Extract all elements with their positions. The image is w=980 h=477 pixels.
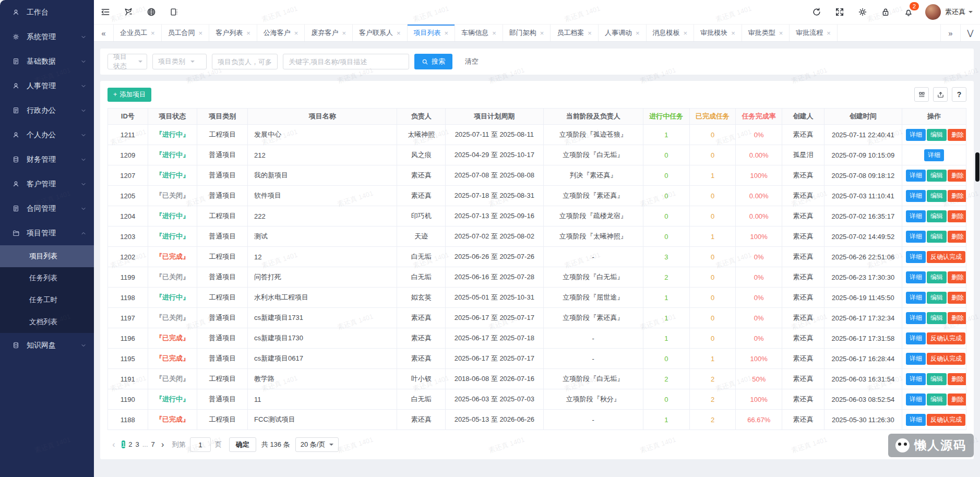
user-avatar[interactable]	[925, 4, 941, 20]
add-project-button[interactable]: + 添加项目	[107, 88, 151, 102]
sidebar-item-10[interactable]: 知识网盘	[0, 333, 94, 357]
tabs-more-icon[interactable]: ⋁	[960, 25, 980, 41]
row-action-button[interactable]: 详细	[906, 312, 926, 324]
sidebar-item-1[interactable]: 系统管理	[0, 25, 94, 49]
project-owner-input[interactable]	[212, 54, 278, 69]
help-icon[interactable]: ?	[952, 87, 966, 102]
row-action-button[interactable]: 删除	[948, 271, 966, 283]
clear-filters-link[interactable]: 清空	[465, 57, 479, 66]
row-action-button[interactable]: 编辑	[927, 231, 947, 243]
prev-page-icon[interactable]: ‹	[107, 440, 120, 449]
collapse-menu-icon[interactable]	[94, 0, 117, 24]
row-action-button[interactable]: 详细	[906, 332, 926, 344]
row-action-button[interactable]: 详细	[906, 190, 926, 202]
tab-close-icon[interactable]: ×	[445, 29, 449, 37]
confirm-page-button[interactable]: 确定	[229, 437, 256, 452]
sidebar-subitem-1[interactable]: 任务列表	[0, 267, 94, 289]
tab-close-icon[interactable]: ×	[588, 29, 592, 37]
fullscreen-icon[interactable]	[828, 0, 851, 24]
username[interactable]: 素还真	[945, 7, 965, 17]
row-action-button[interactable]: 编辑	[927, 170, 947, 182]
page-button-3[interactable]: 3	[135, 440, 139, 448]
sidebar-item-2[interactable]: 基础数据	[0, 49, 94, 74]
row-action-button[interactable]: 编辑	[927, 373, 947, 385]
tabs-scroll-left-icon[interactable]: «	[94, 25, 114, 41]
row-action-button[interactable]: 删除	[948, 129, 966, 141]
sidebar-item-9[interactable]: 项目管理	[0, 221, 94, 245]
row-action-button[interactable]: 详细	[906, 129, 926, 141]
search-button[interactable]: 搜索	[414, 54, 452, 69]
bell-icon[interactable]: 2	[897, 0, 920, 24]
sidebar-item-4[interactable]: 行政办公	[0, 98, 94, 123]
goto-page-input[interactable]	[190, 437, 211, 452]
row-action-button[interactable]: 详细	[906, 170, 926, 182]
tab-close-icon[interactable]: ×	[492, 29, 496, 37]
project-status-select[interactable]: 项目状态	[107, 54, 147, 69]
theme-brush-icon[interactable]	[117, 0, 140, 24]
tab-item-9[interactable]: 员工档案×	[551, 25, 599, 41]
tab-item-0[interactable]: 企业员工×	[114, 25, 162, 41]
row-action-button[interactable]: 编辑	[927, 292, 947, 304]
row-action-button[interactable]: 删除	[948, 292, 966, 304]
project-category-select[interactable]: 项目类别	[152, 54, 207, 69]
language-globe-icon[interactable]	[140, 0, 163, 24]
sidebar-subitem-2[interactable]: 任务工时	[0, 289, 94, 311]
row-action-button[interactable]: 详细	[906, 251, 926, 263]
tab-item-11[interactable]: 消息模板×	[647, 25, 695, 41]
tab-item-7[interactable]: 车辆信息×	[455, 25, 503, 41]
row-action-button[interactable]: 编辑	[927, 393, 947, 406]
layout-columns-icon[interactable]	[163, 0, 186, 24]
row-action-button[interactable]: 编辑	[927, 129, 947, 141]
row-action-button[interactable]: 删除	[948, 210, 966, 222]
tab-item-8[interactable]: 部门架构×	[503, 25, 551, 41]
sidebar-item-0[interactable]: 工作台	[0, 0, 94, 25]
page-button-2[interactable]: 2	[128, 440, 132, 448]
row-action-button[interactable]: 反确认完成	[927, 332, 965, 344]
row-action-button[interactable]: 删除	[948, 373, 966, 385]
row-action-button[interactable]: 编辑	[927, 312, 947, 324]
row-action-button[interactable]: 详细	[906, 353, 926, 365]
sidebar-item-5[interactable]: 个人办公	[0, 123, 94, 147]
row-action-button[interactable]: 详细	[906, 210, 926, 222]
page-size-select[interactable]: 20 条/页	[295, 437, 339, 452]
tab-item-3[interactable]: 公海客户×	[257, 25, 305, 41]
sidebar-item-3[interactable]: 人事管理	[0, 74, 94, 98]
row-action-button[interactable]: 详细	[906, 393, 926, 406]
row-action-button[interactable]: 详细	[906, 231, 926, 243]
tab-close-icon[interactable]: ×	[684, 29, 688, 37]
row-action-button[interactable]: 编辑	[927, 210, 947, 222]
sidebar-item-6[interactable]: 财务管理	[0, 147, 94, 172]
row-action-button[interactable]: 删除	[948, 393, 966, 406]
tab-close-icon[interactable]: ×	[294, 29, 298, 37]
row-action-button[interactable]: 详细	[906, 292, 926, 304]
row-action-button[interactable]: 反确认完成	[927, 251, 965, 263]
tab-close-icon[interactable]: ×	[827, 29, 831, 37]
tab-item-13[interactable]: 审批类型×	[742, 25, 790, 41]
tab-close-icon[interactable]: ×	[731, 29, 735, 37]
row-action-button[interactable]: 删除	[948, 231, 966, 243]
tab-item-12[interactable]: 审批模块×	[694, 25, 742, 41]
tab-item-2[interactable]: 客户列表×	[209, 25, 257, 41]
chevron-down-icon[interactable]	[969, 11, 973, 15]
tab-close-icon[interactable]: ×	[397, 29, 401, 37]
tab-item-4[interactable]: 废弃客户×	[305, 25, 353, 41]
sidebar-item-8[interactable]: 合同管理	[0, 196, 94, 221]
tab-item-14[interactable]: 审批流程×	[790, 25, 838, 41]
page-button-7[interactable]: 7	[151, 440, 155, 448]
sidebar-subitem-0[interactable]: 项目列表	[0, 245, 94, 267]
column-settings-icon[interactable]	[914, 87, 929, 102]
tab-close-icon[interactable]: ×	[540, 29, 544, 37]
vertical-scrollbar-thumb[interactable]	[975, 152, 979, 182]
page-button-1[interactable]: 1	[122, 440, 125, 448]
row-action-button[interactable]: 详细	[906, 414, 926, 426]
row-action-button[interactable]: 删除	[948, 190, 966, 202]
row-action-button[interactable]: 详细	[906, 271, 926, 283]
row-action-button[interactable]: 删除	[948, 312, 966, 324]
row-action-button[interactable]: 编辑	[927, 190, 947, 202]
keyword-input[interactable]	[283, 54, 409, 69]
lock-icon[interactable]	[874, 0, 897, 24]
tabs-expand-icon[interactable]: »	[940, 25, 960, 41]
sidebar-subitem-3[interactable]: 文档列表	[0, 311, 94, 333]
tab-close-icon[interactable]: ×	[246, 29, 250, 37]
row-action-button[interactable]: 反确认完成	[927, 353, 965, 365]
